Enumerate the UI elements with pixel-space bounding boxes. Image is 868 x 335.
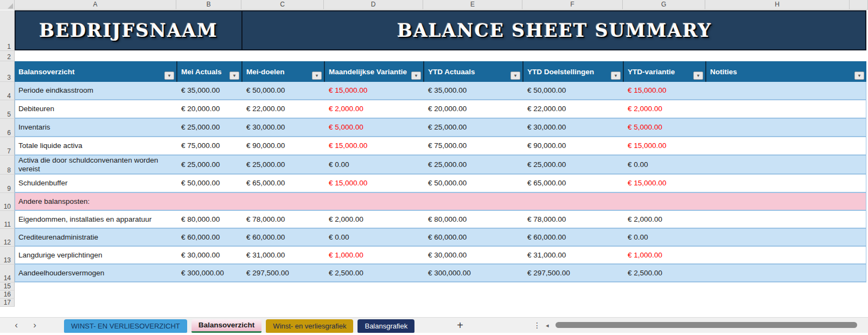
row-header-1[interactable]: 1	[0, 10, 15, 51]
filter-dropdown-icon[interactable]: ▾	[229, 72, 239, 80]
value-cell-ytd-actuaals[interactable]: € 50,000.00	[424, 175, 523, 192]
value-cell-mei-doelen[interactable]: € 31,000.00	[242, 247, 324, 263]
value-cell-ytd-doelstellingen[interactable]: € 297,500.00	[523, 265, 623, 281]
value-cell-maandelijkse-variantie[interactable]: € 2,500.00	[324, 265, 424, 281]
row-label-cell[interactable]: Activa die door schuldconvenanten worden…	[15, 156, 177, 173]
value-cell-maandelijkse-variantie[interactable]: € 15,000.00	[324, 175, 424, 192]
column-header-c[interactable]: C	[241, 0, 324, 10]
value-cell-mei-doelen[interactable]: € 78,000.00	[242, 211, 324, 228]
row-header-17[interactable]: 17	[0, 299, 15, 307]
add-sheet-button[interactable]: +	[454, 319, 467, 332]
row-label-cell[interactable]: Langdurige verplichtingen	[15, 247, 177, 263]
value-cell-maandelijkse-variantie[interactable]: € 15,000.00	[324, 137, 424, 154]
row-header-12[interactable]: 12	[0, 229, 15, 247]
table-header-ytd-variantie[interactable]: YTD-variantie▾	[623, 61, 705, 82]
value-cell-mei-actuals[interactable]: € 300,000.00	[177, 265, 242, 281]
value-cell-ytd-doelstellingen[interactable]: € 60,000.00	[523, 229, 623, 246]
sheet-tab-balansoverzicht[interactable]: Balansoverzicht	[192, 319, 262, 333]
row-header-15[interactable]: 15	[0, 282, 15, 291]
value-cell-notities[interactable]	[706, 175, 867, 192]
column-header-b[interactable]: B	[176, 0, 241, 10]
value-cell-ytd-doelstellingen[interactable]: € 30,000.00	[523, 119, 623, 136]
value-cell-ytd-actuaals[interactable]: € 300,000.00	[424, 265, 523, 281]
column-header-h[interactable]: H	[705, 0, 850, 10]
value-cell-mei-actuals[interactable]: € 75,000.00	[177, 137, 242, 154]
value-cell-ytd-actuaals[interactable]: € 35,000.00	[424, 82, 523, 99]
value-cell-notities[interactable]	[706, 211, 867, 228]
row-label-cell[interactable]: Periode eindkasstroom	[15, 82, 177, 99]
hscroll-left-arrow[interactable]: ◂	[546, 322, 549, 329]
value-cell-maandelijkse-variantie[interactable]: € 0.00	[324, 156, 424, 173]
value-cell-mei-actuals[interactable]: € 25,000.00	[177, 156, 242, 173]
value-cell-notities[interactable]	[706, 119, 867, 136]
value-cell-mei-doelen[interactable]: € 22,000.00	[242, 100, 324, 118]
column-header-a[interactable]: A	[15, 0, 176, 10]
value-cell-ytd-variantie[interactable]: € 2,000.00	[623, 211, 706, 228]
value-cell-ytd-actuaals[interactable]: € 30,000.00	[424, 247, 523, 263]
column-header-d[interactable]: D	[324, 0, 423, 10]
value-cell-ytd-variantie[interactable]: € 5,000.00	[623, 119, 706, 136]
value-cell-notities[interactable]	[706, 156, 867, 173]
row-label-cell[interactable]: Inventaris	[15, 119, 177, 136]
value-cell-mei-doelen[interactable]: € 25,000.00	[242, 156, 324, 173]
horizontal-scrollbar-thumb[interactable]	[556, 322, 857, 328]
row-header-13[interactable]: 13	[0, 247, 15, 265]
table-header-maandelijkse-variantie[interactable]: Maandelijkse Variantie▾	[324, 61, 423, 82]
value-cell-ytd-variantie[interactable]: € 15,000.00	[623, 175, 706, 192]
value-cell-mei-doelen[interactable]: € 30,000.00	[242, 119, 324, 136]
value-cell-ytd-actuaals[interactable]: € 25,000.00	[424, 119, 523, 136]
value-cell-ytd-actuaals[interactable]: € 75,000.00	[424, 137, 523, 154]
value-cell-ytd-variantie[interactable]: € 15,000.00	[623, 82, 706, 99]
row-label-cell[interactable]: Eigendommen, installaties en apparatuur	[15, 211, 177, 228]
row-header-4[interactable]: 4	[0, 82, 15, 100]
row-header-11[interactable]: 11	[0, 211, 15, 229]
value-cell-maandelijkse-variantie[interactable]: € 2,000.00	[324, 211, 424, 228]
value-cell-ytd-doelstellingen[interactable]: € 25,000.00	[523, 156, 623, 173]
value-cell-ytd-doelstellingen[interactable]: € 90,000.00	[523, 137, 623, 154]
sheet-tab-winst-en-verliesgrafiek[interactable]: Winst- en verliesgrafiek	[266, 319, 353, 333]
row-header-3[interactable]: 3	[0, 61, 15, 82]
row-header-9[interactable]: 9	[0, 175, 15, 193]
row-header-2[interactable]: 2	[0, 51, 15, 61]
filter-dropdown-icon[interactable]: ▾	[312, 72, 322, 80]
value-cell-notities[interactable]	[706, 247, 867, 263]
row-header-10[interactable]: 10	[0, 193, 15, 211]
filter-dropdown-icon[interactable]: ▾	[411, 72, 421, 80]
filter-dropdown-icon[interactable]: ▾	[611, 72, 621, 80]
value-cell-mei-actuals[interactable]: € 50,000.00	[177, 175, 242, 192]
column-header-g[interactable]: G	[623, 0, 705, 10]
value-cell-mei-doelen[interactable]: € 50,000.00	[242, 82, 324, 99]
value-cell-mei-doelen[interactable]: € 90,000.00	[242, 137, 324, 154]
value-cell-ytd-actuaals[interactable]: € 25,000.00	[424, 156, 523, 173]
table-header-ytd-doelstellingen[interactable]: YTD Doelstellingen▾	[522, 61, 623, 82]
value-cell-notities[interactable]	[706, 229, 867, 246]
value-cell-mei-doelen[interactable]: € 60,000.00	[242, 229, 324, 246]
value-cell-mei-actuals[interactable]: € 35,000.00	[177, 82, 242, 99]
sheet-tab-winst-en-verliesoverzicht[interactable]: WINST- EN VERLIESOVERZICHT	[64, 319, 187, 333]
row-label-cell[interactable]: Totale liquide activa	[15, 137, 177, 154]
row-header-7[interactable]: 7	[0, 137, 15, 156]
value-cell-ytd-doelstellingen[interactable]: € 22,000.00	[523, 100, 623, 118]
sheet-tab-balansgrafiek[interactable]: Balansgrafiek	[358, 319, 414, 333]
value-cell-ytd-variantie[interactable]: € 2,000.00	[623, 100, 706, 118]
row-label-cell[interactable]: Schuldenbuffer	[15, 175, 177, 192]
next-sheet-arrow[interactable]: ›	[29, 320, 40, 331]
value-cell-ytd-actuaals[interactable]: € 60,000.00	[424, 229, 523, 246]
value-cell-ytd-actuaals[interactable]: € 80,000.00	[424, 211, 523, 228]
value-cell-ytd-variantie[interactable]: € 15,000.00	[623, 137, 706, 154]
value-cell-ytd-variantie[interactable]: € 0.00	[623, 229, 706, 246]
row-label-cell[interactable]: Aandeelhoudersvermogen	[15, 265, 177, 281]
value-cell-ytd-actuaals[interactable]: € 20,000.00	[424, 100, 523, 118]
title-banner[interactable]: BEDRIJFSNAAM BALANCE SHEET SUMMARY	[15, 10, 866, 50]
table-header-ytd-actuaals[interactable]: YTD Actuaals▾	[423, 61, 522, 82]
table-header-notities[interactable]: Notities▾	[705, 61, 866, 82]
value-cell-notities[interactable]	[706, 82, 867, 99]
table-header-mei-actuals[interactable]: Mei Actuals▾	[176, 61, 241, 82]
value-cell-mei-doelen[interactable]: € 297,500.00	[242, 265, 324, 281]
filter-dropdown-icon[interactable]: ▾	[164, 72, 174, 80]
value-cell-ytd-variantie[interactable]: € 0.00	[623, 156, 706, 173]
filter-dropdown-icon[interactable]: ▾	[854, 72, 864, 80]
value-cell-maandelijkse-variantie[interactable]: € 2,000.00	[324, 100, 424, 118]
value-cell-ytd-variantie[interactable]: € 1,000.00	[623, 247, 706, 263]
value-cell-ytd-variantie[interactable]: € 2,500.00	[623, 265, 706, 281]
